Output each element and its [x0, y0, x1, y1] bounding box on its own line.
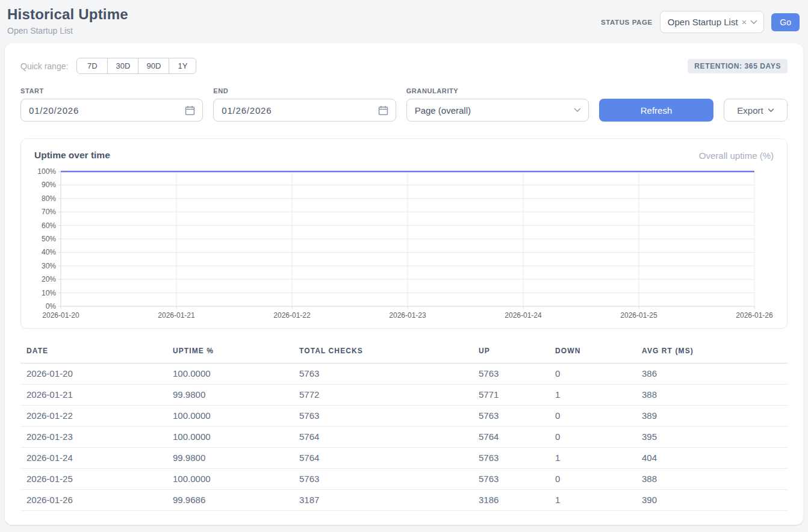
table-cell: 5763 [293, 363, 473, 385]
column-header-total-checks: TOTAL CHECKS [293, 344, 473, 363]
filter-form-row: START 01/20/2026 END 01/26/2026 GRANULAR… [20, 87, 788, 122]
table-cell: 388 [636, 469, 788, 490]
svg-text:2026-01-21: 2026-01-21 [158, 311, 195, 320]
main-panel: Quick range: 7D 30D 90D 1Y RETENTION: 36… [5, 43, 803, 525]
column-header-avg-rt: AVG RT (MS) [636, 344, 788, 363]
refresh-button[interactable]: Refresh [599, 99, 713, 122]
table-cell: 1 [549, 385, 636, 406]
table-cell: 100.0000 [167, 406, 293, 427]
table-cell: 395 [636, 427, 788, 448]
clear-icon[interactable]: × [742, 17, 747, 26]
svg-text:2026-01-22: 2026-01-22 [273, 311, 311, 320]
chart-header: Uptime over time Overall uptime (%) [34, 150, 774, 161]
table-cell: 100.0000 [167, 427, 293, 448]
quick-range-1y[interactable]: 1Y [169, 58, 196, 74]
granularity-value: Page (overall) [415, 105, 471, 116]
chart-title: Uptime over time [34, 150, 110, 161]
table-cell: 5771 [473, 385, 549, 406]
quick-range-row: Quick range: 7D 30D 90D 1Y RETENTION: 36… [20, 58, 788, 74]
calendar-icon[interactable] [378, 105, 388, 116]
svg-text:70%: 70% [42, 208, 56, 216]
quick-range-30d[interactable]: 30D [107, 58, 138, 74]
chart-card: Uptime over time Overall uptime (%) 0%10… [20, 138, 788, 329]
table-cell: 0 [549, 427, 636, 448]
retention-badge: RETENTION: 365 DAYS [688, 59, 788, 73]
table-cell: 5763 [473, 448, 549, 469]
table-cell: 2026-01-24 [20, 448, 167, 469]
table-cell: 390 [636, 490, 788, 511]
table-cell: 100.0000 [167, 363, 293, 385]
table-cell: 2026-01-26 [20, 490, 167, 511]
table-cell: 1 [549, 490, 636, 511]
uptime-table: DATE UPTIME % TOTAL CHECKS UP DOWN AVG R… [20, 344, 788, 511]
table-cell: 388 [636, 385, 788, 406]
chevron-down-icon [574, 108, 581, 113]
table-row: 2026-01-2699.9686318731861390 [20, 490, 788, 511]
end-date-field: END 01/26/2026 [213, 87, 396, 122]
chevron-down-icon [750, 20, 757, 25]
table-cell: 5763 [293, 469, 473, 490]
uptime-table-body: 2026-01-20100.00005763576303862026-01-21… [20, 363, 788, 511]
table-row: 2026-01-20100.0000576357630386 [20, 363, 788, 385]
start-date-input[interactable]: 01/20/2026 [20, 99, 203, 122]
table-cell: 2026-01-23 [20, 427, 167, 448]
table-cell: 5763 [473, 406, 549, 427]
table-row: 2026-01-23100.0000576457640395 [20, 427, 788, 448]
table-cell: 2026-01-25 [20, 469, 167, 490]
end-date-input[interactable]: 01/26/2026 [213, 99, 396, 122]
table-cell: 5763 [473, 363, 549, 385]
table-cell: 5764 [473, 427, 549, 448]
table-cell: 99.9686 [167, 490, 293, 511]
svg-text:10%: 10% [42, 289, 56, 297]
svg-text:40%: 40% [42, 248, 56, 256]
table-row: 2026-01-2499.9800576457631404 [20, 448, 788, 469]
export-button[interactable]: Export [724, 99, 788, 122]
page-title: Historical Uptime [7, 6, 128, 23]
uptime-chart: 0%10%20%30%40%50%60%70%80%90%100%2026-01… [34, 167, 774, 322]
start-date-field: START 01/20/2026 [20, 87, 203, 122]
column-header-up: UP [473, 344, 549, 363]
end-date-label: END [213, 87, 396, 94]
svg-text:80%: 80% [42, 194, 56, 203]
table-cell: 5772 [293, 385, 473, 406]
table-row: 2026-01-25100.0000576357630388 [20, 469, 788, 490]
table-cell: 100.0000 [167, 469, 293, 490]
table-cell: 5764 [293, 448, 473, 469]
svg-text:2026-01-25: 2026-01-25 [620, 311, 657, 320]
table-cell: 404 [636, 448, 788, 469]
svg-text:2026-01-20: 2026-01-20 [42, 311, 79, 320]
table-cell: 99.9800 [167, 448, 293, 469]
table-cell: 5764 [293, 427, 473, 448]
status-page-select[interactable]: Open Startup List × [660, 11, 765, 33]
go-button[interactable]: Go [771, 13, 800, 31]
calendar-icon[interactable] [185, 105, 195, 116]
granularity-label: GRANULARITY [406, 87, 589, 94]
table-cell: 389 [636, 406, 788, 427]
status-page-value: Open Startup List [668, 17, 738, 27]
table-cell: 0 [549, 469, 636, 490]
quick-range-label: Quick range: [20, 61, 68, 71]
table-cell: 2026-01-20 [20, 363, 167, 385]
table-cell: 3186 [473, 490, 549, 511]
table-cell: 5763 [293, 406, 473, 427]
page-header: Historical Uptime Open Startup List STAT… [0, 0, 808, 43]
column-header-down: DOWN [549, 344, 636, 363]
page-subtitle: Open Startup List [7, 26, 128, 36]
table-cell: 0 [549, 363, 636, 385]
chart-legend: Overall uptime (%) [699, 150, 774, 161]
quick-range-90d[interactable]: 90D [138, 58, 169, 74]
quick-range-7d[interactable]: 7D [76, 58, 108, 74]
svg-text:30%: 30% [42, 262, 56, 270]
table-cell: 0 [549, 406, 636, 427]
svg-text:2026-01-24: 2026-01-24 [505, 311, 542, 320]
table-header: DATE UPTIME % TOTAL CHECKS UP DOWN AVG R… [20, 344, 788, 363]
granularity-select[interactable]: Page (overall) [406, 99, 589, 122]
header-controls: STATUS PAGE Open Startup List × Go [601, 11, 800, 33]
table-row: 2026-01-22100.0000576357630389 [20, 406, 788, 427]
column-header-date: DATE [20, 344, 167, 363]
start-date-value: 01/20/2026 [29, 105, 79, 116]
column-header-uptime: UPTIME % [167, 344, 293, 363]
title-block: Historical Uptime Open Startup List [7, 6, 128, 36]
svg-text:2026-01-23: 2026-01-23 [389, 311, 426, 320]
end-date-value: 01/26/2026 [222, 105, 272, 116]
